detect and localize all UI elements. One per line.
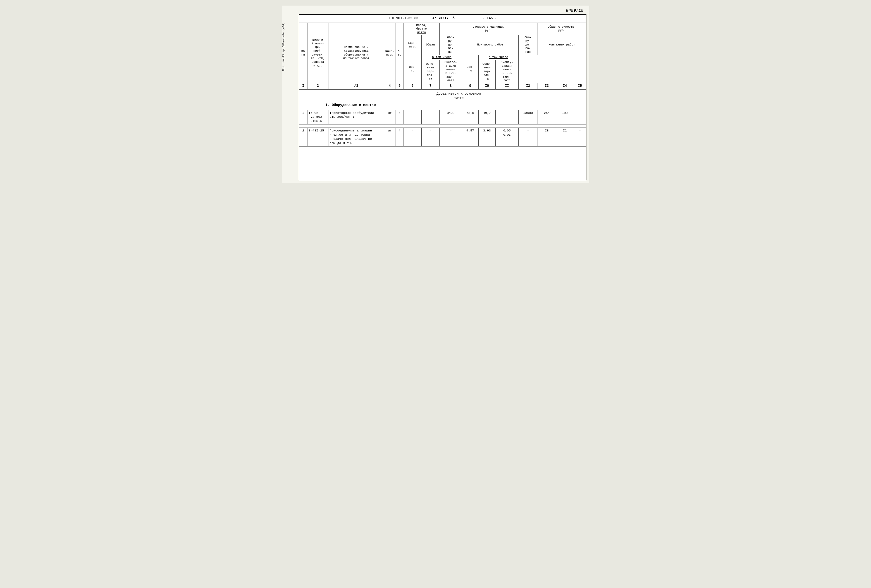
col-salary-total: Осно-внаязар-пла-та: [478, 60, 495, 83]
col-mass-unit: Един.изм.: [404, 35, 422, 55]
n10: IO: [478, 83, 495, 90]
row2-qty: 4: [395, 128, 404, 146]
row2-fraction: 0,05 0,0I: [503, 129, 511, 136]
row1-total-all: 254: [538, 110, 556, 124]
col-machine-total: Эксплу-атациямашинВ Т.Ч.зарп-лата: [496, 60, 519, 83]
col-code: Шифр и№ пози-циипрей-скуран-та, УСН,ценн…: [307, 22, 328, 83]
data-row-2: 2 8-48I-25 Присоединение эл.машинк эл.се…: [299, 128, 586, 146]
col-mount-unit: Монтажных работ: [462, 35, 518, 55]
n1: I: [299, 83, 307, 90]
header-row-top: Т.П.9ОI-I-32.83 Ал.УШ/ТУ.8б - I45 -: [299, 15, 586, 22]
row2-mass-unit: –: [404, 128, 422, 146]
row2-unit: шт: [384, 128, 395, 146]
spacer1: [299, 124, 586, 128]
row1-num: I: [299, 110, 307, 124]
row1-total-salary: I99: [556, 110, 574, 124]
row2-total-machine: –: [574, 128, 586, 146]
n4: 4: [384, 83, 395, 90]
row2-mount-all: 4,57: [462, 128, 478, 146]
col-equip-total: Обо-ру-до-ва-ния: [518, 35, 537, 55]
section-header2: I. Оборудование и монтаж: [299, 101, 586, 110]
bottom-space: [299, 146, 586, 180]
n2: 2: [307, 83, 328, 90]
col-all-unit: Все-го: [404, 55, 422, 83]
al-code: Ал.УШ/ТУ.8б: [432, 16, 454, 20]
row2-total-salary: I2: [556, 128, 574, 146]
col-unit: Един.изм.: [384, 22, 395, 83]
col-mass: Масса,бруттонетто: [404, 22, 440, 35]
tp-code: Т.П.9ОI-I-32.83: [388, 16, 418, 20]
col-mass-total: Общая: [421, 35, 439, 55]
col-name: Наименование ихарактеристикаоборудования…: [328, 22, 384, 83]
data-row-1: I I5-02п.2-5928-I05-5 Тиристорные возбуд…: [299, 110, 586, 124]
n13: I3: [538, 83, 556, 90]
row2-mass-total: –: [421, 128, 439, 146]
row2-total-equip: –: [518, 128, 537, 146]
number-row: I 2 /3 4 5 6 7 8 9 IO II I2 I3 I4 I5: [299, 83, 586, 90]
page-label: - I45 -: [483, 16, 497, 20]
row1-name: Тиристорные возбудителиВТЕ-200/48Т-I: [328, 110, 384, 124]
row1-mount-salary: 49,7: [478, 110, 495, 124]
page-wrapper: Пол. ан.43 тр.500хозм64 (434) 8459/15 Т.…: [282, 6, 589, 183]
bottom-spacer: [299, 146, 586, 180]
col-total-cost: Общая стоимость,руб.: [538, 22, 586, 35]
col-equip-unit: Обо-ру-до-ва-ния: [439, 35, 462, 55]
row2-mount-machine: 0,05 0,0I: [496, 128, 519, 146]
doc-number: 8459/15: [299, 8, 587, 13]
col-incl-total: в том числе: [478, 55, 518, 60]
n8: 8: [439, 83, 462, 90]
n9: 9: [462, 83, 478, 90]
row2-mount-salary: 3,03: [478, 128, 495, 146]
col-num: №№пп: [299, 22, 307, 83]
col-unit-cost: Стоимость единицы,руб.: [439, 22, 537, 35]
col-machine-unit: Экспло-атациямашинВ Т.Ч.зарп-лата: [439, 60, 462, 83]
row2-num: 2: [299, 128, 307, 146]
row2-fraction-bot: 0,0I: [503, 133, 511, 137]
row1-mass-unit: –: [404, 110, 422, 124]
row2-fraction-top: 0,05: [503, 129, 511, 133]
col-header-1: №№пп Шифр и№ пози-циипрей-скуран-та, УСН…: [299, 22, 586, 35]
spacer-row1: [299, 124, 586, 128]
main-table: Т.П.9ОI-I-32.83 Ал.УШ/ТУ.8б - I45 - №№пп…: [299, 14, 587, 180]
row2-equip-cost: –: [439, 128, 462, 146]
n5: 5: [395, 83, 404, 90]
row1-mass-total: –: [421, 110, 439, 124]
row1-qty: 4: [395, 110, 404, 124]
n15: I5: [574, 83, 586, 90]
row2-name: Присоединение эл.машинк эл.сети и подгто…: [328, 128, 384, 146]
section-header-row1: Добавляется к основнойсмете: [299, 90, 586, 101]
col-all-total: Все-го: [462, 55, 478, 83]
row1-total-equip: I3600: [518, 110, 537, 124]
row1-code: I5-02п.2-5928-I05-5: [307, 110, 328, 124]
section-header1: Добавляется к основнойсмете: [299, 90, 586, 101]
row1-equip-cost: 3400: [439, 110, 462, 124]
n7: 7: [421, 83, 439, 90]
row2-code: 8-48I-25: [307, 128, 328, 146]
row1-mount-machine: –: [496, 110, 519, 124]
header-text: Т.П.9ОI-I-32.83 Ал.УШ/ТУ.8б - I45 -: [299, 15, 586, 22]
n3: /3: [328, 83, 384, 90]
col-incl-unit: в том числе: [421, 55, 462, 60]
row2-total-all: I8: [538, 128, 556, 146]
col-salary-unit: Осно-внаязар-пла-та: [421, 60, 439, 83]
side-text: Пол. ан.43 тр.500хозм64 (434): [282, 22, 298, 71]
n6: 6: [404, 83, 422, 90]
section-header-row2: I. Оборудование и монтаж: [299, 101, 586, 110]
row1-total-machine: –: [574, 110, 586, 124]
col-qty: К-во: [395, 22, 404, 83]
row1-mount-all: 63,5: [462, 110, 478, 124]
n14: I4: [556, 83, 574, 90]
n11: II: [496, 83, 519, 90]
col-mount-total: Монтажных работ: [538, 35, 586, 55]
n12: I2: [518, 83, 537, 90]
row1-unit: шт: [384, 110, 395, 124]
